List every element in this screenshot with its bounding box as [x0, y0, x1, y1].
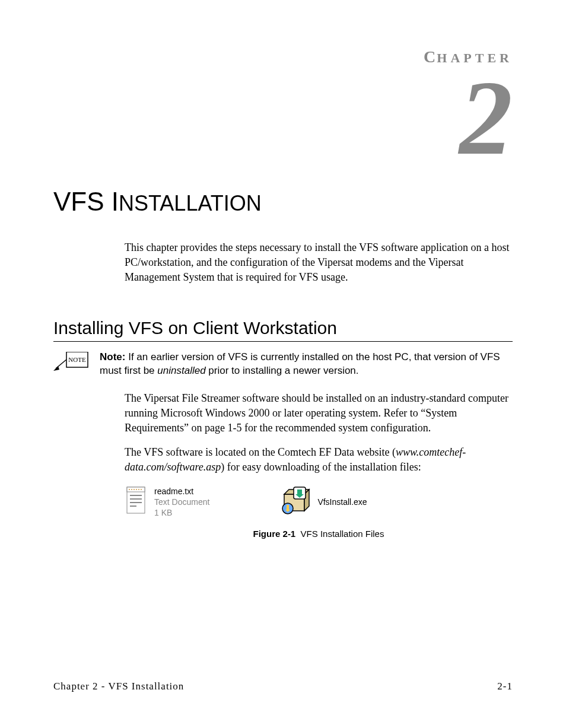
text-file-icon: [125, 486, 148, 518]
note-icon-text: NOTE: [68, 356, 86, 363]
figure-caption-label: Figure 2-1: [253, 529, 296, 539]
footer-left: Chapter 2 - VFS Installation: [53, 681, 184, 692]
file1-size: 1 KB: [154, 507, 209, 518]
chapter-label-first: C: [424, 47, 437, 66]
note-body-emph: uninstalled: [157, 365, 205, 376]
file-caption-installer: VfsInstall.exe: [317, 497, 367, 507]
installer-icon: [281, 486, 311, 518]
svg-point-6: [131, 489, 132, 490]
chapter-title-main: VFS I: [53, 187, 119, 216]
note-label: Note:: [100, 351, 125, 363]
section-rule: [53, 341, 513, 342]
figure-caption-text: VFS Installation Files: [301, 529, 384, 539]
note-body-suffix: prior to installing a newer version.: [206, 365, 359, 376]
body-paragraph-1: The Vipersat File Streamer software shou…: [125, 391, 513, 436]
section-title: Installing VFS on Client Workstation: [53, 318, 513, 338]
file-item-installer: VfsInstall.exe: [281, 486, 367, 518]
svg-point-5: [129, 489, 130, 490]
para2-prefix: The VFS software is located on the Comte…: [125, 446, 396, 458]
chapter-number: 2: [53, 72, 513, 163]
footer-right: 2-1: [497, 681, 513, 692]
chapter-label: CHAPTER: [53, 47, 513, 66]
para2-suffix: ) for easy downloading of the installati…: [221, 461, 421, 473]
note-block: NOTE Note: If an earlier version of VFS …: [53, 351, 513, 380]
file1-type: Text Document: [154, 497, 209, 507]
figure-caption: Figure 2-1 VFS Installation Files: [125, 529, 513, 539]
intro-paragraph: This chapter provides the steps necessar…: [125, 240, 513, 285]
svg-point-10: [141, 489, 142, 490]
svg-point-9: [138, 489, 139, 490]
svg-point-8: [136, 489, 137, 490]
body-paragraph-2: The VFS software is located on the Comte…: [125, 445, 513, 475]
file1-name: readme.txt: [154, 486, 209, 497]
page-footer: Chapter 2 - VFS Installation 2-1: [53, 681, 513, 692]
file-caption-readme: readme.txt Text Document 1 KB: [154, 486, 209, 519]
note-body: If an earlier version of VFS is currentl…: [100, 351, 500, 376]
note-content: Note: If an earlier version of VFS is cu…: [100, 351, 513, 378]
chapter-title: VFS INSTALLATION: [53, 187, 513, 217]
file2-name: VfsInstall.exe: [317, 497, 367, 507]
file-item-readme: readme.txt Text Document 1 KB: [125, 486, 209, 519]
svg-point-7: [133, 489, 135, 490]
chapter-title-rest: NSTALLATION: [119, 191, 262, 215]
svg-rect-21: [287, 505, 289, 510]
figure-row: readme.txt Text Document 1 KB VfsInstall…: [125, 486, 513, 519]
note-icon: NOTE: [53, 352, 89, 380]
